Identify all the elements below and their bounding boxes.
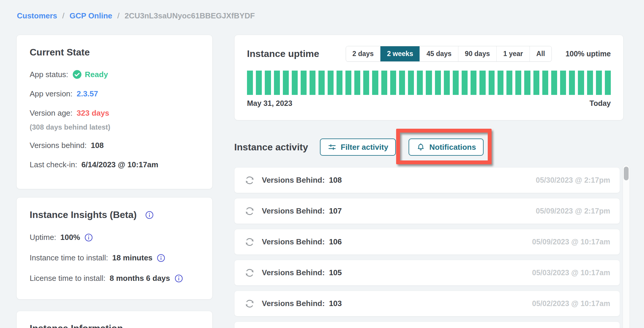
uptime-range-45-days[interactable]: 45 days [420,46,458,61]
uptime-bar [292,71,298,95]
filter-sliders-icon [328,143,337,152]
uptime-bar [453,71,459,95]
activity-scrollbar-track[interactable] [623,165,630,328]
uptime-bar [578,71,584,95]
sync-icon [244,236,255,248]
breadcrumb-link-gcp-online[interactable]: GCP Online [70,11,112,20]
uptime-bar [479,71,485,95]
activity-row: Versions Behind: 102 [234,321,620,328]
version-age-note: (308 days behind latest) [30,123,199,131]
activity-scrollbar-thumb[interactable] [624,167,629,180]
filter-activity-label: Filter activity [341,143,388,152]
uptime-bar [444,71,450,95]
sync-icon [244,175,255,186]
uptime-bar [524,71,530,95]
instance-install-row: Instance time to install: 18 minutes [30,253,199,262]
breadcrumb-separator: / [62,11,64,20]
activity-row-label: Versions Behind: [262,299,325,308]
license-install-label: License time to install: [30,274,106,283]
uptime-bar [498,71,503,95]
uptime-bar [462,71,468,95]
uptime-bar [318,71,324,95]
uptime-range-90-days[interactable]: 90 days [458,46,497,61]
uptime-insight-row: Uptime: 100% [30,233,199,242]
uptime-range-all[interactable]: All [530,46,551,61]
filter-activity-button[interactable]: Filter activity [320,138,396,156]
uptime-bar [533,71,539,95]
activity-header: Instance activity Filter activity Notifi… [234,137,624,157]
activity-row-label: Versions Behind: [262,206,325,216]
activity-row: Versions Behind: 103 05/02/2023 @ 10:17a… [234,291,620,316]
activity-row-timestamp: 05/09/2023 @ 10:17am [532,238,610,246]
uptime-bar [408,71,414,95]
activity-list[interactable]: Versions Behind: 108 05/30/2023 @ 2:17pm… [234,167,620,328]
activity-row-timestamp: 05/30/2023 @ 2:17pm [536,176,610,184]
notifications-button[interactable]: Notifications [409,138,484,156]
uptime-end-label: Today [589,99,611,108]
uptime-bar [515,71,521,95]
instance-insights-title: Instance Insights (Beta) [30,209,199,220]
activity-row: Versions Behind: 106 05/09/2023 @ 10:17a… [234,229,620,255]
uptime-bar [381,71,387,95]
app-version-label: App version: [30,89,73,98]
uptime-bar [328,71,334,95]
uptime-bar [426,71,432,95]
license-install-row: License time to install: 8 months 6 days [30,274,199,283]
info-icon[interactable] [174,274,183,283]
uptime-bar [345,71,351,95]
uptime-bar [569,71,575,95]
uptime-bar [283,71,289,95]
instance-insights-title-text: Instance Insights (Beta) [30,209,137,220]
uptime-bar [399,71,405,95]
uptime-bar [417,71,423,95]
activity-row-timestamp: 05/02/2023 @ 10:17am [532,299,610,308]
activity-row: Versions Behind: 107 05/09/2023 @ 2:17pm [234,198,620,224]
instance-information-title: Instance Information [30,323,199,328]
uptime-bar [247,71,253,95]
activity-row-timestamp: 05/03/2023 @ 10:17am [532,268,610,277]
uptime-bar [587,71,593,95]
uptime-bar [337,71,342,95]
current-state-title: Current State [30,47,199,58]
uptime-bar [551,71,557,95]
uptime-bar [560,71,566,95]
license-install-value: 8 months 6 days [110,274,170,283]
version-age-label: Version age: [30,109,73,118]
breadcrumb-current-customer-id: 2CU3nL3saUNyoc61BBEGJXfBYDF [125,11,255,20]
check-circle-icon [72,70,82,79]
uptime-range-2-days[interactable]: 2 days [346,46,381,61]
instance-uptime-card: Instance uptime 2 days2 weeks45 days90 d… [234,35,624,120]
app-status-row: App status: Ready [30,70,199,79]
info-icon[interactable] [145,211,154,219]
bell-icon [416,143,425,152]
app-status-value: Ready [85,70,108,79]
uptime-bar [301,71,307,95]
uptime-bar [471,71,476,95]
info-icon[interactable] [84,233,93,242]
activity-row-value: 105 [329,268,342,277]
activity-row: Versions Behind: 108 05/30/2023 @ 2:17pm [234,167,620,193]
app-version-value: 2.3.57 [77,89,98,98]
app-version-row: App version: 2.3.57 [30,89,199,98]
info-icon[interactable] [157,254,165,262]
sync-icon [244,267,255,278]
app-status-label: App status: [30,70,68,79]
uptime-bar [542,71,548,95]
versions-behind-value: 108 [91,141,103,150]
last-checkin-row: Last check-in: 6/14/2023 @ 10:17am [30,160,199,169]
last-checkin-label: Last check-in: [30,160,77,169]
instance-install-value: 18 minutes [112,253,152,262]
uptime-range-2-weeks[interactable]: 2 weeks [380,46,420,61]
activity-row-label: Versions Behind: [262,176,325,185]
instance-activity-title: Instance activity [234,142,308,153]
activity-row-value: 106 [329,237,342,246]
sync-icon [244,298,255,309]
version-age-value: 323 days [77,109,109,118]
uptime-range-1-year[interactable]: 1 year [497,46,530,61]
uptime-start-label: May 31, 2023 [247,99,292,108]
activity-row-value: 108 [329,176,342,185]
last-checkin-value: 6/14/2023 @ 10:17am [81,160,158,169]
uptime-bar [265,71,271,95]
breadcrumb-separator: / [117,11,119,20]
breadcrumb-link-customers[interactable]: Customers [17,11,57,20]
